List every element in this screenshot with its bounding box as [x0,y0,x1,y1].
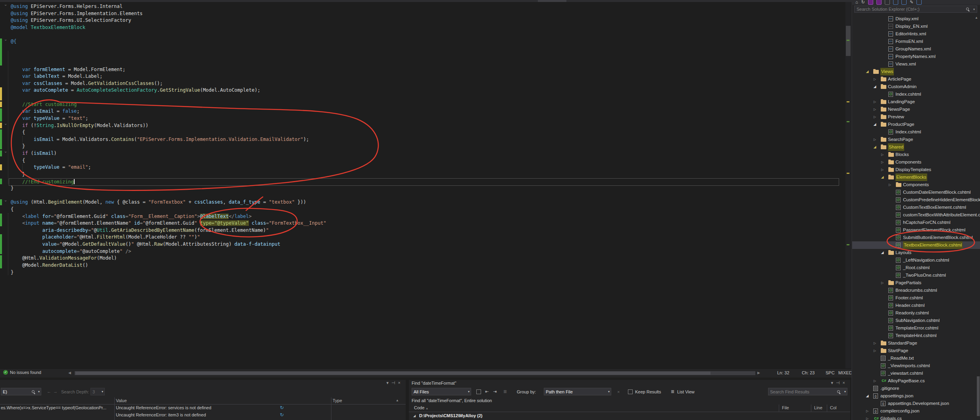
collapsed-arrow-icon[interactable]: ▷ [887,181,893,189]
code-line[interactable]: @using EPiServer.Forms.Implementation.El… [0,10,839,17]
editor-vertical-scrollbar[interactable] [845,2,851,368]
tree-item[interactable]: @SubmitButtonElementBlock.cshtml [852,234,980,241]
code-line[interactable]: var isEmail = false; [0,108,839,115]
tree-item[interactable]: ▷Components [852,181,980,189]
horizontal-scrollbar[interactable] [75,371,755,375]
collapsed-arrow-icon[interactable]: ▷ [880,166,885,173]
tree-item[interactable]: ▷{}compilerconfig.json [852,407,980,415]
expanded-arrow-icon[interactable]: ◢ [880,173,885,181]
status-line-ending[interactable]: MIXED [838,370,852,375]
pin-icon[interactable]: ⊣ [391,380,398,385]
expanded-arrow-icon[interactable]: ◢ [864,392,870,400]
find-results-search-input[interactable]: Search Find Results ▾ [768,388,847,395]
tree-item[interactable]: ▷PagePartials [852,279,980,287]
code-line[interactable]: { [0,157,839,164]
find-col-file[interactable]: File [782,405,789,410]
collapsed-arrow-icon[interactable]: ▷ [872,347,878,354]
column-separator[interactable] [331,397,331,420]
code-line[interactable]: @using (Html.BeginElement(Model, new { @… [0,199,839,206]
copy-results-icon[interactable] [476,389,481,394]
column-separator[interactable] [811,405,811,412]
issues-status[interactable]: ✓ No issues found [3,370,41,375]
watch-search-input[interactable]: E) ▾ [1,388,41,395]
hscroll-thumb[interactable] [75,372,710,375]
code-line[interactable]: @using EPiServer.Forms.Helpers.Internal [0,3,839,10]
tree-item[interactable]: ▷LandingPage [852,98,980,106]
refresh-icon[interactable]: ↻ [280,405,284,410]
hscroll-right-arrow[interactable]: ▶ [757,371,760,375]
refresh-icon[interactable]: ↻ [280,412,284,418]
collapsed-arrow-icon[interactable]: ▷ [880,279,885,287]
tree-item[interactable]: @Index.cshtml [852,128,980,136]
collapsed-arrow-icon[interactable]: ▷ [880,151,885,158]
code-line[interactable]: <input name="@formElement.ElementName" i… [0,220,839,227]
code-line[interactable]: @{ [0,38,839,45]
tree-item[interactable]: ▷StandardPage [852,339,980,347]
tree-item[interactable]: ◢Shared [852,143,980,151]
tree-item[interactable]: @PasswordElementBlock.cshtml [852,226,980,234]
tree-item[interactable]: @CustomPredefineHiddenElementBlock.cshtm… [852,196,980,204]
scroll-up-icon[interactable]: ▲ [396,399,399,402]
pin-icon[interactable]: ⊣ [836,380,843,385]
tree-item[interactable]: @CustomDateElementBlock.cshtml [852,189,980,196]
tree-item[interactable]: ▷C#Globals.cs [852,415,980,420]
refresh-icon[interactable] [885,0,890,5]
tree-item[interactable]: _ReadMe.txt [852,354,980,362]
tree-item[interactable]: @_TwoPlusOne.cshtml [852,272,980,279]
tree-item[interactable]: </>EditorHints.xml [852,30,980,38]
code-line[interactable]: var labelText = Model.Label; [0,73,839,80]
pencil-icon[interactable]: ✎ [910,0,913,5]
collapsed-arrow-icon[interactable]: ▷ [872,98,878,106]
tree-item[interactable]: ▷Preview [852,113,980,121]
find-col-col[interactable]: Col [830,405,837,410]
solution-explorer-toolbar[interactable]: ⌂ ↻ ✎ [852,0,980,5]
collapse-all-icon[interactable]: ⇥ [493,389,497,394]
code-line[interactable]: } [0,143,839,150]
code-line[interactable]: placeholder="@Html.FilterHtml(Model.Plac… [0,234,839,241]
tree-item[interactable]: .gitignore [852,385,980,392]
expanded-arrow-icon[interactable]: ◢ [872,143,878,151]
code-line[interactable]: value="@Model.GetDefaultValue()" @Html.R… [0,241,839,248]
status-spaces-mode[interactable]: SPC [826,370,835,375]
nav-forward-icon[interactable]: → [53,389,58,394]
search-depth-dropdown[interactable]: 3 ▾ [90,388,105,395]
code-line[interactable]: @using EPiServer.Forms.UI.SelectionFacto… [0,17,839,24]
code-line[interactable] [0,31,839,38]
close-icon[interactable]: × [843,380,848,385]
status-column-number[interactable]: Ch: 23 [802,370,814,375]
code-line[interactable]: var autoComplete = AutoCompleteSelection… [0,87,839,94]
column-separator[interactable] [114,397,115,420]
tree-item[interactable]: ◢{}appsettings.json [852,392,980,400]
expanded-arrow-icon[interactable]: ◢ [864,68,870,75]
expanded-arrow-icon[interactable]: ◢ [872,83,878,91]
collapsed-arrow-icon[interactable]: ▷ [864,407,870,415]
code-line[interactable]: <label for="@formElement.Guid" class="Fo… [0,213,839,220]
code-line[interactable]: var cssClasses = Model.GetValidationCssC… [0,80,839,87]
se-scrollbar-thumb[interactable] [977,376,980,416]
tree-item[interactable]: @TemplateHint.cshtml [852,332,980,339]
tree-item[interactable]: @customTextBoxWithAttributeElement.cshtm… [852,211,980,219]
tree-item[interactable]: @Footer.cshtml [852,294,980,302]
code-line[interactable]: var typeValue = "text"; [0,115,839,122]
expand-all-icon[interactable]: ⇤ [485,389,489,394]
tree-item[interactable]: </>GroupNames.xml [852,45,980,53]
keep-results-label[interactable]: Keep Results [635,389,661,394]
tree-item[interactable]: ◢ElementBlocks [852,173,980,181]
code-line[interactable]: //!End customizing [9,178,839,186]
list-view-icon[interactable]: ≣ [671,389,674,394]
tree-item[interactable]: @Index.cshtml [852,91,980,98]
code-line[interactable]: typeValue = "email"; [0,164,839,171]
tree-item[interactable]: @_LeftNavigation.cshtml [852,256,980,264]
tree-item[interactable]: ▷Blocks [852,151,980,158]
code-line[interactable]: aria-describedby="@Util.GetAriaDescribed… [0,227,839,234]
status-line-number[interactable]: Ln: 32 [777,370,789,375]
window-menu-icon[interactable]: ▾ [831,380,836,385]
column-separator[interactable] [827,405,827,412]
code-line[interactable]: { [0,206,839,213]
code-line[interactable]: if (isEmail) [0,150,839,157]
watch-window-buttons[interactable]: ▾⊣× [386,380,403,385]
tree-item[interactable]: ◢Views [852,68,980,75]
watch-col-type[interactable]: Type [333,398,342,403]
nav-back-icon[interactable]: ← [47,389,51,394]
sync-icon[interactable]: ↻ [861,0,865,5]
